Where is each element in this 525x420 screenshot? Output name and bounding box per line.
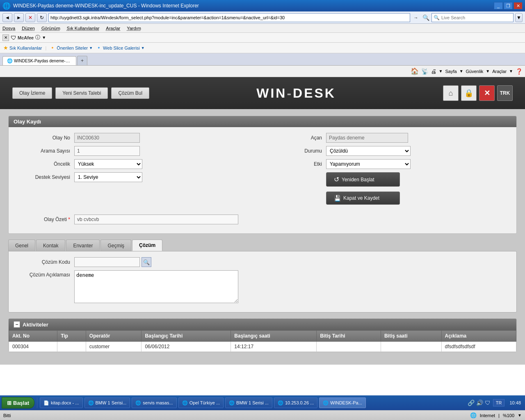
stop-button[interactable]: ✕	[25, 13, 35, 22]
onerilen-icon: 🔸	[50, 45, 55, 50]
olay-kaydi-left-col: Olay No Arama Sayısı Öncelik Yüksek	[17, 133, 256, 210]
collapse-button[interactable]: −	[14, 321, 20, 328]
cozum-search-button[interactable]: 🔍	[142, 257, 151, 267]
oncelik-select[interactable]: Yüksek	[74, 159, 142, 169]
menu-araclar[interactable]: Araçlar	[106, 26, 120, 31]
tab-gecmis[interactable]: Geçmiş	[100, 240, 131, 251]
acan-row: Açan	[269, 133, 508, 143]
olay-izleme-button[interactable]: Olay İzleme	[12, 87, 52, 99]
minimize-button[interactable]: _	[494, 2, 503, 9]
search-options-button[interactable]: ▼	[515, 13, 523, 22]
durumu-label: Durumu	[269, 148, 322, 154]
menu-duzen[interactable]: Düzen	[22, 26, 35, 31]
tab-genel[interactable]: Genel	[8, 240, 35, 251]
tab-envanter[interactable]: Envanter	[66, 240, 100, 251]
new-tab-button[interactable]: +	[77, 56, 87, 65]
arama-sayisi-input[interactable]	[74, 146, 140, 156]
aktiviteler-table: Akt. No Tip Operatör Başlangıç Tarihi Ba…	[9, 330, 516, 352]
aktiviteler-section: − Aktiviteler Akt. No Tip Operatör Başla…	[8, 318, 517, 352]
cozum-aciklamasi-label: Çözüm Açıklaması	[17, 270, 70, 278]
logo-dash: ‑	[287, 86, 293, 100]
refresh-button[interactable]: ↻	[37, 13, 47, 22]
url-input[interactable]	[48, 13, 410, 22]
olay-ozeti-input[interactable]	[74, 215, 238, 224]
sik-kullanilanlar-button[interactable]: ★ Sık Kullanılanlar	[3, 45, 42, 51]
print-dropdown-icon[interactable]: ▼	[439, 69, 443, 73]
col-bitis-tarihi: Bitiş Tarihi	[317, 331, 381, 342]
action-buttons-row: ↺ Yeniden Başlat 💾 Kapat ve Kaydet	[269, 172, 508, 207]
cozum-kodu-row: Çözüm Kodu 🔍	[17, 257, 508, 267]
favorites-bar: ★ Sık Kullanılanlar | 🔸 Önerilen Siteler…	[0, 43, 525, 53]
logo-win: WIN	[256, 86, 287, 100]
webslice-icon: 🔹	[96, 45, 102, 50]
col-tip: Tip	[57, 331, 86, 342]
header-close-button[interactable]: ✕	[479, 85, 495, 101]
cozum-kodu-input[interactable]	[74, 257, 140, 267]
windesk-header: Olay İzleme Yeni Servis Talebi Çözüm Bul…	[0, 77, 525, 109]
etki-row: Etki Yapamıyorum	[269, 159, 508, 169]
tools-dropdown-icon[interactable]: ▼	[509, 69, 513, 73]
menu-gorunum[interactable]: Görünüm	[41, 26, 60, 31]
etki-select[interactable]: Yapamıyorum	[326, 159, 411, 169]
mcafee-dropdown-icon[interactable]: ▼	[42, 35, 46, 40]
etki-label: Etki	[269, 161, 322, 167]
destek-seviyesi-select[interactable]: 1. Seviye	[74, 172, 142, 182]
tools-nav-label[interactable]: Araçlar	[492, 69, 507, 74]
inner-tabs-row: Genel Kontak Envanter Geçmiş Çözüm	[8, 240, 517, 251]
live-search-input[interactable]	[441, 15, 511, 20]
page-dropdown-icon[interactable]: ▼	[459, 69, 463, 73]
aktiviteler-body: Akt. No Tip Operatör Başlangıç Tarihi Ba…	[9, 330, 516, 352]
back-button[interactable]: ◄	[2, 13, 12, 22]
print-icon[interactable]: 🖨	[431, 68, 436, 75]
yeni-servis-button[interactable]: Yeni Servis Talebi	[55, 87, 108, 99]
forward-button[interactable]: ►	[14, 13, 24, 22]
home-nav-icon[interactable]: 🏠	[411, 67, 419, 75]
tab-cozum[interactable]: Çözüm	[132, 240, 162, 251]
header-home-button[interactable]: ⌂	[443, 85, 459, 101]
active-tab-icon: 🌐	[7, 58, 14, 63]
go-button[interactable]: →	[412, 14, 420, 22]
cell-bitis-tarihi	[317, 342, 381, 352]
cozum-bul-button[interactable]: Çözüm Bul	[111, 87, 149, 99]
acan-input[interactable]	[326, 133, 408, 143]
oncelik-row: Öncelik Yüksek	[17, 159, 256, 169]
durumu-select[interactable]: Çözüldü	[326, 146, 411, 156]
cozum-aciklamasi-textarea[interactable]	[74, 270, 238, 303]
rss-icon[interactable]: 📡	[421, 68, 428, 75]
kapat-kaydet-button[interactable]: 💾 Kapat ve Kaydet	[326, 192, 400, 205]
mcafee-info-icon[interactable]: ⓘ	[35, 34, 40, 41]
page-nav-label[interactable]: Sayfa	[445, 69, 457, 74]
webslice-button[interactable]: 🔹 Web Slice Galerisi ▼	[96, 45, 145, 50]
durumu-row: Durumu Çözüldü	[269, 146, 508, 156]
cell-bitis-saati	[381, 342, 441, 352]
header-trk-button[interactable]: TRK	[497, 85, 513, 101]
olay-kaydi-body: Olay No Arama Sayısı Öncelik Yüksek	[9, 127, 516, 233]
header-lock-button[interactable]: 🔒	[461, 85, 477, 101]
olay-no-input[interactable]	[74, 133, 140, 143]
destek-seviyesi-label: Destek Seviyesi	[17, 174, 70, 180]
cozum-kodu-label: Çözüm Kodu	[17, 259, 70, 265]
active-tab[interactable]: 🌐 WINDESK-Paydas deneme-WINDESK-inc_upda…	[2, 56, 76, 65]
cell-baslangic-saati: 14:12:17	[231, 342, 317, 352]
titlebar: 🌐 WINDESK-Paydas deneme-WINDESK-inc_upda…	[0, 0, 525, 11]
yeniden-basla-button[interactable]: ↺ Yeniden Başlat	[326, 172, 400, 187]
security-nav-label[interactable]: Güvenlik	[466, 69, 484, 74]
tab-kontak[interactable]: Kontak	[36, 240, 65, 251]
menu-sik[interactable]: Sık Kullanılanlar	[67, 26, 100, 31]
restore-button[interactable]: ❐	[504, 2, 513, 9]
col-baslangic-tarihi: Başlangıç Tarihi	[142, 331, 231, 342]
menu-yardim[interactable]: Yardım	[127, 26, 141, 31]
menu-dosya[interactable]: Dosya	[2, 26, 15, 31]
help-icon[interactable]: ❓	[516, 68, 523, 75]
cell-aciklama: dfsdfsdfsdfsdf	[441, 342, 516, 352]
logo-desk: DESK	[293, 86, 336, 100]
search-icon[interactable]: 🔍	[422, 14, 430, 22]
refresh-btn-icon: ↺	[334, 176, 339, 183]
close-button[interactable]: ✕	[514, 2, 523, 9]
security-dropdown-icon[interactable]: ▼	[486, 69, 490, 73]
olay-kaydi-right-col: Açan Durumu Çözüldü Etki Yap	[269, 133, 508, 210]
onerilen-siteler-button[interactable]: 🔸 Önerilen Siteler ▼	[50, 45, 93, 50]
col-operator: Operatör	[86, 331, 142, 342]
toolbar-close-button[interactable]: ✕	[2, 34, 9, 41]
olay-kaydi-section: Olay Kaydı Olay No Arama Sayısı	[8, 116, 517, 234]
